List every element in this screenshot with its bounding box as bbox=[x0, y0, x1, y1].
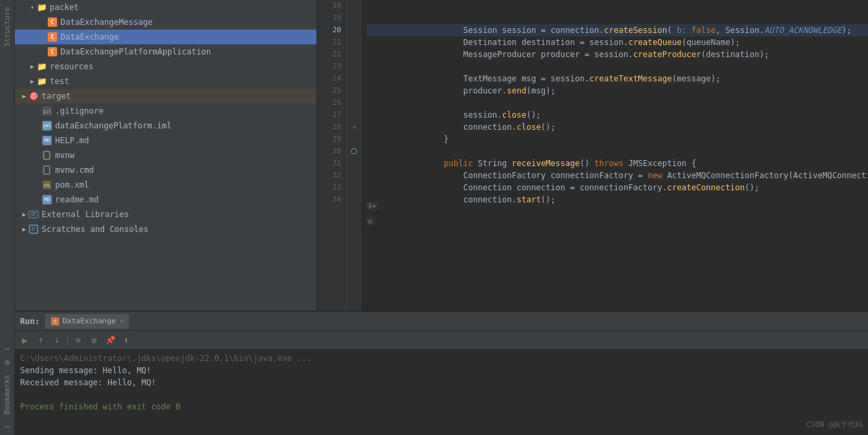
pin-button[interactable]: 📌 bbox=[103, 333, 118, 348]
gutter-cursor bbox=[347, 24, 360, 36]
more-icon[interactable]: ⋯ bbox=[2, 344, 13, 354]
sidebar-item-test[interactable]: ▶ 📁 test bbox=[15, 74, 316, 89]
item-label: DataExchangePlatformApplication bbox=[60, 47, 211, 56]
item-label: target bbox=[42, 91, 71, 101]
scroll-up-button[interactable]: ↑ bbox=[34, 333, 48, 348]
java-c-icon: C bbox=[47, 46, 58, 57]
line-num-19: 19 bbox=[322, 12, 341, 24]
sidebar-item-pom-xml[interactable]: ▾ XML pom.xml bbox=[15, 177, 316, 192]
item-label: External Libraries bbox=[42, 210, 129, 219]
md-icon: MD bbox=[42, 135, 52, 146]
sidebar-item-data-exchange[interactable]: ▾ C DataExchange bbox=[15, 30, 316, 44]
svg-rect-2 bbox=[44, 151, 50, 159]
scroll-down-button[interactable]: ↓ bbox=[50, 333, 64, 348]
settings-button[interactable]: ⚙ bbox=[71, 333, 85, 348]
svg-rect-9 bbox=[30, 225, 38, 233]
run-output[interactable]: C:\Users\Administrator\.jdks\openjdk-22.… bbox=[15, 350, 868, 435]
item-label: test bbox=[50, 77, 69, 86]
gitignore-icon: git bbox=[42, 106, 52, 116]
item-label: packet bbox=[50, 3, 79, 12]
expand-icon[interactable]: ⋯ bbox=[2, 422, 13, 432]
sidebar-item-mvnw[interactable]: ▾ mvnw bbox=[15, 148, 316, 163]
arrow-icon: ▾ bbox=[28, 3, 36, 11]
sidebar-item-resources[interactable]: ▶ 📁 resources bbox=[15, 59, 316, 74]
arrow-icon: ▶ bbox=[28, 63, 36, 71]
side-tabs: Structure ⋯ ⚙ Bookmarks ⋯ bbox=[0, 0, 15, 435]
run-button[interactable]: ▶ bbox=[17, 333, 32, 348]
sidebar-item-data-exchange-platform-app[interactable]: ▾ C DataExchangePlatformApplication bbox=[15, 44, 316, 59]
sidebar-item-scratches[interactable]: ▶ Scratches and Consoles bbox=[15, 222, 316, 237]
svg-text:git: git bbox=[43, 109, 52, 114]
run-tab[interactable]: C DataExchange ✕ bbox=[45, 314, 130, 329]
item-label: resources bbox=[50, 62, 93, 71]
svg-text:C: C bbox=[54, 319, 56, 325]
item-label: dataExchangePlatform.iml bbox=[55, 121, 171, 130]
run-label: Run: bbox=[20, 317, 40, 326]
gutter-method[interactable] bbox=[347, 145, 360, 157]
run-panel: Run: C DataExchange ✕ ▶ ↑ ↓ ⚙ ≡ 📌 ⬆ C:\U… bbox=[15, 311, 868, 435]
line-num-26: 26 bbox=[322, 97, 341, 109]
bookmarks-tab[interactable]: Bookmarks bbox=[1, 370, 13, 419]
item-label: .gitignore bbox=[55, 106, 103, 116]
line-num-31: 31 bbox=[322, 157, 341, 169]
sidebar-item-readme-md[interactable]: ▾ MD readme.md bbox=[15, 192, 316, 207]
run-toolbar: ▶ ↑ ↓ ⚙ ≡ 📌 ⬆ bbox=[15, 331, 868, 350]
target-icon: 🎯 bbox=[28, 91, 39, 102]
line-num-23: 23 bbox=[322, 61, 341, 73]
line-num-34: 34 bbox=[322, 194, 341, 206]
svg-rect-6 bbox=[29, 211, 38, 218]
code-line-30: public String receiveMessage() throws JM… bbox=[366, 145, 868, 157]
fold-icon[interactable]: λ▾ bbox=[366, 202, 378, 210]
sidebar-item-data-exchange-message[interactable]: ▾ C DataExchangeMessage bbox=[15, 15, 316, 30]
content-wrapper: ▾ 📁 packet ▾ C DataExchangeMessage ▾ C bbox=[15, 0, 868, 435]
bottom-side-icons: ⋯ ⚙ Bookmarks ⋯ bbox=[1, 344, 13, 432]
line-num-33: 33 bbox=[322, 182, 341, 194]
top-side-icons: Structure bbox=[1, 3, 13, 51]
line-num-27: 27 bbox=[322, 109, 341, 121]
item-label: DataExchangeMessage bbox=[60, 17, 153, 27]
code-line-26: session.close(); bbox=[366, 97, 868, 109]
line-num-18: 18 bbox=[322, 0, 341, 12]
run-tab-icon: C bbox=[50, 317, 60, 326]
sidebar-item-iml[interactable]: ▾ iml dataExchangePlatform.iml bbox=[15, 118, 316, 133]
structure-tab[interactable]: Structure bbox=[1, 3, 13, 51]
java-c-icon: C bbox=[47, 17, 58, 28]
sidebar-item-help-md[interactable]: ▾ MD HELP.md bbox=[15, 133, 316, 148]
method-fold-icon[interactable]: ⊙ bbox=[366, 217, 374, 226]
output-line-sending: Sending message: Hello, MQ! bbox=[20, 364, 863, 377]
line-num-32: 32 bbox=[322, 169, 341, 182]
code-line-23: TextMessage msg = session.createTextMess… bbox=[366, 61, 868, 73]
sidebar-item-external-libraries[interactable]: ▶ External Libraries bbox=[15, 207, 316, 222]
line-num-28: 28 bbox=[322, 121, 341, 133]
item-label: readme.md bbox=[55, 195, 99, 204]
ext-lib-icon bbox=[28, 209, 39, 220]
output-line-empty bbox=[20, 389, 863, 401]
item-label: mvnw.cmd bbox=[55, 165, 94, 175]
iml-icon: iml bbox=[42, 120, 52, 131]
line-num-22: 22 bbox=[322, 48, 341, 61]
close-tab-button[interactable]: ✕ bbox=[120, 317, 124, 325]
output-line-cmd: C:\Users\Administrator\.jdks\openjdk-22.… bbox=[20, 352, 863, 364]
line-num-29: 29 bbox=[322, 133, 341, 145]
file-icon bbox=[42, 165, 52, 175]
line-num-30: 30 bbox=[322, 145, 341, 157]
sidebar-item-target[interactable]: ▶ 🎯 target bbox=[15, 89, 316, 104]
arrow-icon: ▶ bbox=[20, 225, 28, 233]
item-label: DataExchange bbox=[60, 32, 119, 42]
watermark: CSDN @执于代码 bbox=[806, 420, 863, 430]
settings-icon[interactable]: ⚙ bbox=[2, 357, 13, 368]
filter-button[interactable]: ≡ bbox=[87, 333, 101, 348]
svg-point-12 bbox=[351, 149, 357, 154]
arrow-icon: ▶ bbox=[20, 210, 28, 219]
expand-output-button[interactable]: ⬆ bbox=[119, 333, 134, 348]
arrow-icon: ▶ bbox=[20, 92, 28, 100]
sidebar-item-mvnw-cmd[interactable]: ▾ mvnw.cmd bbox=[15, 163, 316, 177]
code-line-19: Session session = connection.createSessi… bbox=[366, 12, 868, 24]
svg-rect-3 bbox=[44, 166, 50, 174]
line-num-25: 25 bbox=[322, 85, 341, 97]
run-tab-bar: Run: C DataExchange ✕ bbox=[15, 312, 868, 331]
sidebar-item-gitignore[interactable]: ▾ git .gitignore bbox=[15, 104, 316, 118]
sidebar-item-packet[interactable]: ▾ 📁 packet bbox=[15, 0, 316, 15]
item-label: pom.xml bbox=[55, 180, 89, 190]
java-c-icon: C bbox=[47, 32, 58, 42]
